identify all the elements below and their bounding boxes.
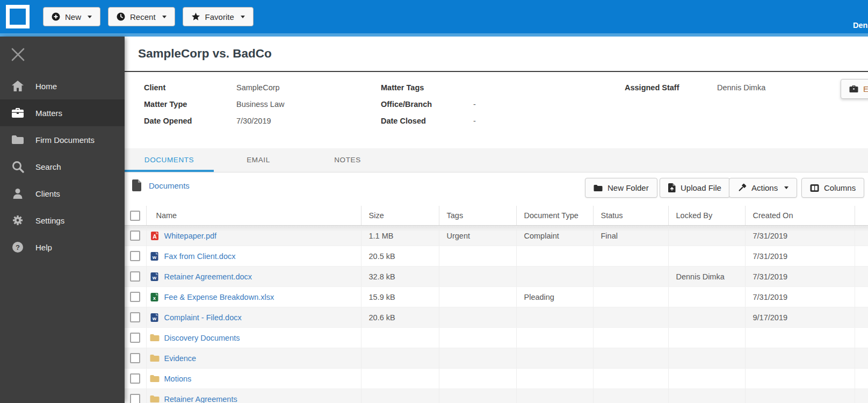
- folder-icon: [594, 184, 603, 192]
- row-checkbox[interactable]: [130, 353, 140, 363]
- columns-icon: [810, 184, 819, 192]
- column-header-locked-by[interactable]: Locked By: [668, 206, 745, 226]
- folder-link[interactable]: Motions: [164, 375, 192, 383]
- folder-icon: [11, 134, 25, 145]
- svg-text:x: x: [153, 295, 156, 301]
- cell-status: [593, 389, 668, 403]
- cell-extra: [855, 307, 868, 328]
- new-menu-button[interactable]: New: [43, 7, 100, 26]
- recent-menu-label: Recent: [130, 12, 156, 21]
- column-header-name[interactable]: Name: [146, 206, 361, 226]
- row-checkbox[interactable]: [130, 292, 140, 302]
- cell-locked-by: [668, 246, 745, 267]
- row-checkbox[interactable]: [130, 373, 140, 384]
- cell-name: wRetainer Agreement.docx: [146, 267, 361, 287]
- documents-table-body: AWhitepaper.pdf1.1 MBUrgentComplaintFina…: [125, 226, 868, 403]
- cell-checkbox: [125, 348, 146, 369]
- field-value: Business Law: [236, 100, 284, 109]
- close-sidebar-icon[interactable]: [11, 47, 25, 62]
- tab-email[interactable]: EMAIL: [214, 148, 303, 172]
- sidebar-item-home[interactable]: Home: [0, 73, 125, 99]
- cell-created-on: [745, 369, 855, 389]
- details-column-3: Assigned StaffDennis Dimka: [625, 79, 765, 96]
- favorite-menu-button[interactable]: Favorite: [183, 7, 254, 26]
- pdf-icon: A: [150, 232, 160, 240]
- row-checkbox[interactable]: [130, 333, 140, 343]
- cell-locked-by: [668, 328, 745, 348]
- cell-created-on: 7/31/2019: [745, 287, 855, 307]
- top-bar: New Recent Favorite Dennis Dimka: [0, 0, 868, 33]
- matter-details: ClientSampleCorp Matter TypeBusiness Law…: [125, 72, 868, 148]
- row-checkbox[interactable]: [130, 394, 140, 403]
- sidebar-item-firm-documents[interactable]: Firm Documents: [0, 126, 125, 153]
- tab-notes[interactable]: NOTES: [303, 148, 392, 172]
- sidebar-item-settings[interactable]: Settings: [0, 207, 125, 234]
- cell-extra: [855, 328, 868, 348]
- user-icon: [11, 188, 25, 199]
- page-title: SampleCorp vs. BadCo: [125, 37, 868, 71]
- recent-menu-button[interactable]: Recent: [108, 7, 175, 26]
- edit-matter-button[interactable]: Edit Matter: [841, 79, 868, 99]
- tab-bar: DOCUMENTS EMAIL NOTES: [125, 148, 868, 172]
- sidebar-item-clients[interactable]: Clients: [0, 180, 125, 207]
- folder-link[interactable]: Evidence: [164, 354, 197, 363]
- select-all-checkbox[interactable]: [130, 211, 140, 221]
- cell-locked-by: [668, 226, 745, 246]
- column-header-tags[interactable]: Tags: [439, 206, 516, 226]
- file-link[interactable]: Whitepaper.pdf: [164, 232, 217, 240]
- file-link[interactable]: Retainer Agreement.docx: [164, 272, 252, 281]
- column-header-status[interactable]: Status: [593, 206, 668, 226]
- cell-tags: [439, 369, 516, 389]
- folder-row: Retainer Agreements: [125, 389, 868, 403]
- briefcase-icon: [11, 107, 25, 119]
- cell-size: [361, 328, 439, 348]
- cell-size: 20.6 kB: [361, 307, 439, 328]
- cell-name: AWhitepaper.pdf: [146, 226, 361, 246]
- folder-link[interactable]: Retainer Agreements: [164, 395, 237, 403]
- field-value: 7/30/2019: [236, 117, 271, 125]
- table-header-row: Name Size Tags Document Type Status Lock…: [125, 206, 868, 226]
- row-checkbox[interactable]: [130, 231, 140, 241]
- sidebar-item-search[interactable]: Search: [0, 153, 125, 180]
- cell-locked-by: Dennis Dimka: [668, 267, 745, 287]
- user-menu[interactable]: Dennis Dimka: [853, 21, 868, 30]
- column-header-document-type[interactable]: Document Type: [516, 206, 593, 226]
- cell-extra: [855, 389, 868, 403]
- sidebar-item-help[interactable]: ? Help: [0, 234, 125, 261]
- file-link[interactable]: Fax from Client.docx: [164, 252, 236, 261]
- field-value: Dennis Dimka: [717, 83, 765, 92]
- cell-created-on: 7/31/2019: [745, 246, 855, 267]
- cell-document-type: [516, 348, 593, 369]
- clock-icon: [117, 12, 125, 21]
- sidebar-nav: Home Matters Firm Documents Search Clien…: [0, 73, 125, 261]
- cell-document-type: [516, 389, 593, 403]
- folder-icon: [150, 395, 160, 403]
- sidebar-item-matters[interactable]: Matters: [0, 99, 125, 126]
- new-folder-button[interactable]: New Folder: [585, 178, 657, 198]
- svg-text:w: w: [152, 315, 157, 321]
- field-label: Matter Tags: [381, 83, 473, 92]
- column-header-size[interactable]: Size: [361, 206, 439, 226]
- upload-file-button[interactable]: Upload File: [660, 178, 730, 198]
- breadcrumb-documents-link[interactable]: Documents: [149, 181, 190, 190]
- folder-link[interactable]: Discovery Documents: [164, 334, 240, 342]
- file-link[interactable]: Complaint - Filed.docx: [164, 313, 242, 322]
- row-checkbox[interactable]: [130, 251, 140, 261]
- word-icon: w: [150, 313, 160, 322]
- gavel-icon: [737, 183, 747, 192]
- column-header-created-on[interactable]: Created On: [745, 206, 855, 226]
- actions-button[interactable]: Actions: [729, 178, 797, 198]
- star-icon: [191, 12, 200, 21]
- cell-size: 32.8 kB: [361, 267, 439, 287]
- folder-row: Motions: [125, 369, 868, 389]
- cell-locked-by: [668, 389, 745, 403]
- tab-documents[interactable]: DOCUMENTS: [125, 148, 214, 172]
- cell-tags: [439, 267, 516, 287]
- file-link[interactable]: Fee & Expense Breakdown.xlsx: [164, 293, 274, 301]
- row-checkbox[interactable]: [130, 312, 140, 322]
- row-checkbox[interactable]: [130, 271, 140, 282]
- app-logo-icon[interactable]: [6, 5, 30, 28]
- sidebar: Home Matters Firm Documents Search Clien…: [0, 37, 125, 403]
- folder-icon: [150, 375, 160, 383]
- columns-button[interactable]: Columns: [801, 178, 864, 198]
